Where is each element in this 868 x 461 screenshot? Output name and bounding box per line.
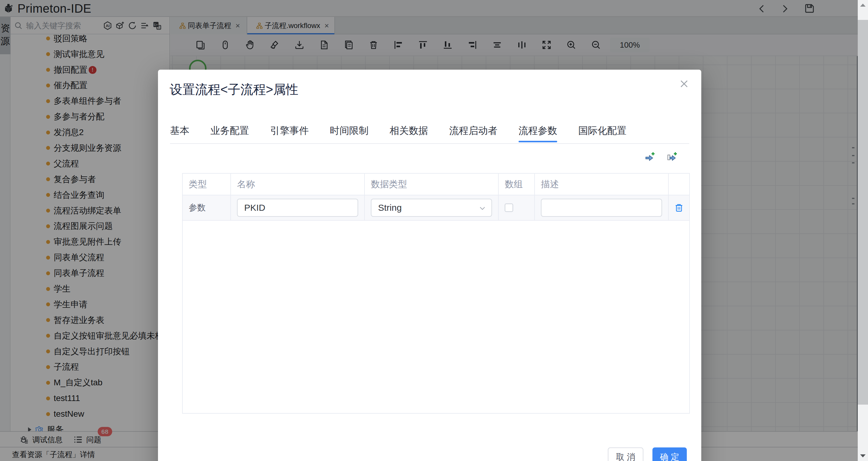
col-header-data-type: 数据类型 — [365, 174, 499, 195]
dialog-tab[interactable]: 流程启动者 — [449, 123, 497, 143]
array-checkbox[interactable] — [505, 204, 513, 212]
dialog-tab[interactable]: 引擎事件 — [270, 123, 309, 143]
col-header-actions — [669, 174, 689, 195]
dialog-tabs: 基本业务配置引擎事件时间限制相关数据流程启动者流程参数国际化配置 — [170, 123, 689, 144]
col-header-name: 名称 — [231, 174, 365, 195]
parameters-table: 类型 名称 数据类型 数组 描述 参数 PKID String — [182, 173, 690, 414]
param-description-cell — [535, 195, 669, 220]
dialog-tab[interactable]: 时间限制 — [330, 123, 368, 143]
param-type-cell: 参数 — [183, 195, 231, 220]
dialog-tab[interactable]: 国际化配置 — [578, 123, 626, 143]
scrollbar-up-button[interactable] — [858, 0, 868, 10]
delete-row-icon[interactable] — [674, 203, 684, 213]
col-header-type: 类型 — [183, 174, 231, 195]
param-name-cell: PKID — [231, 195, 365, 220]
cancel-button[interactable]: 取 消 — [608, 448, 643, 461]
browser-scrollbar[interactable] — [858, 0, 868, 461]
dialog-tab[interactable]: 基本 — [170, 123, 189, 143]
add-parameter-icon[interactable] — [645, 152, 655, 162]
dialog-footer: 取 消 确 定 — [158, 448, 701, 461]
dialog-tab[interactable]: 相关数据 — [390, 123, 428, 143]
parameter-actions — [645, 152, 677, 162]
add-reference-icon[interactable] — [667, 152, 677, 162]
dialog-tab[interactable]: 业务配置 — [211, 123, 249, 143]
scrollbar-down-button[interactable] — [858, 451, 868, 461]
dialog-title: 设置流程<子流程>属性 — [170, 81, 299, 98]
param-name-input[interactable]: PKID — [237, 199, 358, 217]
dialog-tab[interactable]: 流程参数 — [519, 123, 557, 143]
close-icon — [680, 79, 689, 88]
chevron-down-icon — [479, 205, 486, 212]
param-actions-cell — [669, 195, 689, 220]
param-data-type-select[interactable]: String — [371, 199, 492, 217]
param-array-cell — [499, 195, 535, 220]
ok-button[interactable]: 确 定 — [652, 448, 687, 461]
param-description-input[interactable] — [541, 199, 662, 217]
parameter-row: 参数 PKID String — [183, 195, 689, 221]
col-header-array: 数组 — [499, 174, 535, 195]
scrollbar-thumb[interactable] — [858, 20, 868, 405]
process-properties-dialog: 设置流程<子流程>属性 基本业务配置引擎事件时间限制相关数据流程启动者流程参数国… — [158, 70, 701, 461]
param-data-type-cell: String — [365, 195, 499, 220]
col-header-description: 描述 — [535, 174, 669, 195]
table-header-row: 类型 名称 数据类型 数组 描述 — [183, 174, 689, 195]
application-window: Primeton-IDE 资源 输入关键字搜索 — [0, 0, 868, 461]
dialog-close-button[interactable] — [680, 79, 693, 93]
